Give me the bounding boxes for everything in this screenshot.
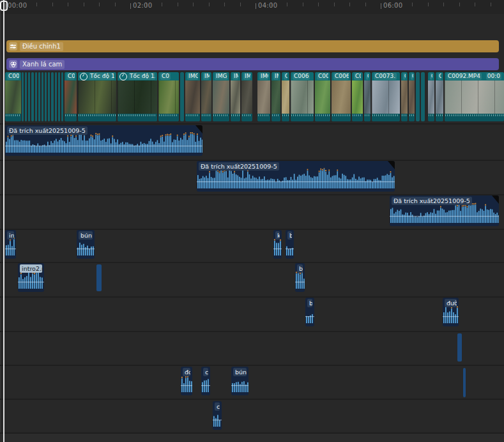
video-clip-label: Tốc độ 1.2X [128,73,155,80]
audio-clip[interactable]: ch [201,367,210,395]
track-row-divider [0,331,504,332]
video-clip-label: IM [273,73,279,80]
video-clip-narrow[interactable] [58,72,60,121]
video-clip-narrow[interactable] [48,72,50,121]
video-clip[interactable]: C [364,72,370,121]
video-clip-labelbar: C00 [315,72,330,80]
fade-out-handle[interactable] [492,195,499,204]
video-audio-strip [401,114,408,121]
video-clip[interactable]: IMG [185,72,200,121]
video-clip[interactable]: IM [201,72,211,121]
audio-clip[interactable]: bả [286,230,294,259]
audio-waveform [18,270,44,291]
video-clip-labelbar: C00 [5,72,21,80]
video-clip[interactable]: C0 [352,72,363,121]
audio-clip-label: đườ [445,299,457,307]
video-audio-strip [5,114,21,121]
video-clip-label: C0092.MP4 [447,73,482,80]
video-clip-narrow[interactable] [180,72,184,121]
audio-clip[interactable]: intro2.m [18,263,44,292]
video-clip-narrow[interactable] [55,72,57,121]
ruler-minor-tick [475,3,475,6]
audio-clip[interactable]: Đã trích xuất20251009-5 [390,195,499,226]
audio-clip[interactable]: đoạ [181,367,192,395]
video-clip[interactable]: C00 [315,72,330,121]
adjustment-clip[interactable]: Điều chỉnh1 [6,40,499,52]
video-clip[interactable]: C [409,72,415,121]
audio-waveform [197,168,395,191]
video-clip[interactable]: C0 [158,72,179,121]
video-clip-narrow[interactable] [61,72,63,121]
video-clip[interactable]: C [282,72,289,121]
video-clip[interactable]: IM [231,72,240,121]
video-clip[interactable]: C006 [332,72,351,121]
video-clip[interactable]: C0073. [372,72,400,121]
video-thumbnail [352,80,363,114]
video-clip[interactable]: C0092.MP400:0 [445,72,504,121]
video-clip-narrow[interactable] [38,72,40,121]
playhead-line[interactable] [3,0,4,442]
video-clip-labelbar: IM [231,72,240,80]
video-thumbnail [372,80,400,114]
video-clip-narrow[interactable] [416,72,420,121]
video-clip[interactable]: C006 [291,72,314,121]
video-clip-narrow[interactable] [28,72,30,121]
audio-clip-thin[interactable] [96,264,102,291]
audio-clip-thin[interactable] [457,333,462,362]
audio-clip[interactable]: kế [273,230,282,259]
audio-clip[interactable]: Đã trích xuất20251009-5 [5,125,202,156]
video-clip-narrow[interactable] [421,72,425,121]
video-thumbnail [315,80,330,114]
playhead-handle[interactable] [0,1,8,11]
ruler-minor-tick [443,3,444,6]
video-clip[interactable]: C00 [5,72,21,121]
audio-clip[interactable]: Đã trích xuất20251009-5 [197,161,395,192]
video-clip[interactable]: IM [271,72,280,121]
video-clip[interactable]: IMG [257,72,270,121]
video-clip-label: C006 [293,73,310,80]
video-audio-strip [201,114,211,121]
audio-clip[interactable]: bả [295,263,305,292]
video-clip-labelbar: Tốc độ 1.: [78,72,116,80]
video-clip-narrow[interactable] [25,72,27,121]
audio-waveform [201,374,210,395]
video-audio-strip [118,114,157,121]
ruler-minor-tick [115,3,116,6]
video-clip[interactable]: C [428,72,434,121]
video-clip-narrow[interactable] [42,72,43,121]
video-clip-labelbar: IMG [257,72,270,80]
video-clip[interactable]: Tốc độ 1.: [78,72,116,121]
audio-clip-thin[interactable] [463,368,466,397]
audio-clip[interactable]: ch [213,401,222,430]
video-clip[interactable]: C0 [65,72,77,121]
video-clip[interactable]: Tốc độ 1.2X [118,72,157,121]
video-clip-narrow[interactable] [45,72,47,121]
time-ruler[interactable]: 00:0002:0004:0006:00 [0,0,504,14]
fade-out-handle[interactable] [388,161,395,169]
video-audio-strip [445,114,504,121]
audio-clip[interactable]: đườ [443,298,459,326]
video-clip-narrow[interactable] [22,72,24,121]
video-clip[interactable]: IM [241,72,252,121]
sliders-icon [9,42,17,50]
audio-clip[interactable]: int [5,230,16,259]
video-clip-labelbar: C [282,72,289,80]
video-audio-strip [257,114,270,121]
fade-out-handle[interactable] [195,125,202,133]
video-clip-label: C [284,73,287,80]
video-clip-narrow[interactable] [51,72,53,121]
video-clip-narrow[interactable] [35,72,37,121]
video-clip-duration-label: 00:0 [486,73,501,80]
track-row-divider [0,296,504,298]
video-clip[interactable]: C [436,72,443,121]
audio-clip[interactable]: bạ [305,298,314,326]
video-clip-narrow[interactable] [31,72,33,121]
video-clip[interactable]: IMG_ [213,72,229,121]
video-clip-labelbar: IM [241,72,252,80]
video-clip[interactable]: C [401,72,408,121]
audio-clip[interactable]: bún đ [77,230,95,259]
audio-clip[interactable]: bún t [231,367,248,395]
audio-waveform [295,270,305,291]
effect-clip[interactable]: Xanh lá cam [6,58,499,70]
video-clip-label: C0073. [374,73,397,80]
